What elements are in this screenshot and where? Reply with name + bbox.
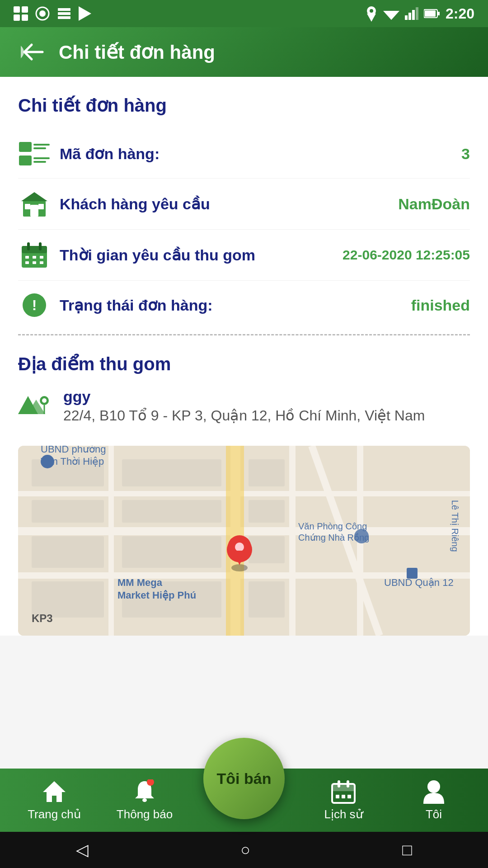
page-title: Chi tiết đơn hàng <box>59 41 215 63</box>
svg-rect-61 <box>122 500 221 523</box>
svg-point-5 <box>39 10 46 17</box>
map-container: UBND phường Tân Thời Hiệp MM Mega Market… <box>18 446 470 636</box>
svg-point-45 <box>42 398 47 403</box>
nav-history[interactable]: Lịch sử <box>298 779 389 821</box>
svg-rect-30 <box>25 204 30 209</box>
time-value: 22-06-2020 12:25:05 <box>343 247 470 263</box>
svg-rect-38 <box>40 256 43 259</box>
calendar-detail-icon <box>22 242 47 268</box>
svg-text:UBND phường: UBND phường <box>41 446 106 455</box>
customer-row: Khách hàng yêu cầu NamĐoàn <box>18 179 470 230</box>
svg-rect-35 <box>39 242 42 250</box>
svg-rect-95 <box>336 795 339 798</box>
svg-text:Tân Thời Hiệp: Tân Thời Hiệp <box>41 456 104 467</box>
svg-text:Market Hiệp Phú: Market Hiệp Phú <box>117 590 196 601</box>
status-value: finished <box>411 297 470 314</box>
svg-rect-3 <box>22 14 28 21</box>
order-id-value: 3 <box>461 145 470 163</box>
play-icon <box>79 6 91 21</box>
time-label: Thời gian yêu cầu thu gom <box>60 245 333 265</box>
svg-rect-7 <box>58 12 70 15</box>
location-detail-row: ggy 22/4, B10 Tổ 9 - KP 3, Quận 12, Hồ C… <box>18 388 470 426</box>
location-icon <box>365 5 378 22</box>
svg-marker-11 <box>367 14 376 22</box>
nav-home-label: Trang chủ <box>28 807 81 821</box>
svg-rect-14 <box>405 15 408 20</box>
svg-point-98 <box>427 780 440 793</box>
svg-point-86 <box>235 542 244 552</box>
order-detail-section: Chi tiết đơn hàng Mã đơn hàng: 3 <box>0 77 488 330</box>
svg-marker-13 <box>383 11 399 20</box>
svg-rect-31 <box>38 204 44 209</box>
fab-label: Tôi bán <box>217 770 272 788</box>
alert-circle-icon: ! <box>23 293 46 317</box>
calendar-icon <box>18 242 51 268</box>
svg-rect-64 <box>249 459 285 486</box>
svg-rect-41 <box>40 261 43 264</box>
status-icon: ! <box>18 293 51 317</box>
svg-rect-67 <box>249 581 285 618</box>
circle-icon <box>35 6 50 21</box>
svg-rect-15 <box>408 13 411 20</box>
order-id-row: Mã đơn hàng: 3 <box>18 129 470 179</box>
time-display: 2:20 <box>446 5 474 22</box>
svg-rect-8 <box>58 16 70 19</box>
svg-rect-93 <box>338 780 340 788</box>
svg-rect-6 <box>58 8 70 11</box>
svg-marker-9 <box>79 6 91 21</box>
android-home-button[interactable]: ○ <box>240 840 250 859</box>
svg-text:MM Mega: MM Mega <box>117 577 163 588</box>
svg-rect-92 <box>332 784 355 791</box>
svg-rect-94 <box>347 780 349 788</box>
order-list-icon <box>19 142 50 165</box>
map-view: UBND phường Tân Thời Hiệp MM Mega Market… <box>18 446 470 636</box>
svg-rect-23 <box>33 147 46 149</box>
order-id-icon <box>18 142 51 165</box>
svg-rect-29 <box>30 205 38 217</box>
svg-rect-66 <box>249 536 285 563</box>
svg-rect-89 <box>142 798 147 802</box>
svg-marker-88 <box>43 781 66 802</box>
android-back-button[interactable]: ◁ <box>76 840 89 859</box>
android-recent-button[interactable]: □ <box>402 840 412 859</box>
main-content: Chi tiết đơn hàng Mã đơn hàng: 3 <box>0 77 488 636</box>
nav-profile[interactable]: Tôi <box>389 779 479 821</box>
svg-rect-26 <box>33 161 46 163</box>
nav-home[interactable]: Trang chủ <box>9 779 99 821</box>
svg-rect-19 <box>425 10 436 17</box>
grid-icon <box>14 6 28 21</box>
place-name: ggy <box>63 388 425 406</box>
svg-text:UBND Quận 12: UBND Quận 12 <box>384 577 454 588</box>
user-icon <box>422 779 445 804</box>
svg-rect-40 <box>33 261 36 264</box>
svg-text:KP3: KP3 <box>32 612 53 624</box>
location-text: ggy 22/4, B10 Tổ 9 - KP 3, Quận 12, Hồ C… <box>63 388 425 426</box>
location-marker-icon <box>18 388 54 420</box>
store-icon <box>18 191 51 217</box>
nav-profile-label: Tôi <box>426 807 442 821</box>
svg-marker-28 <box>21 192 47 201</box>
wifi-icon <box>383 7 399 20</box>
svg-rect-53 <box>108 446 114 636</box>
svg-rect-58 <box>32 536 104 568</box>
back-button[interactable] <box>18 38 45 66</box>
svg-rect-60 <box>122 459 221 486</box>
svg-rect-97 <box>347 795 351 798</box>
svg-text:Văn Phòng Công: Văn Phòng Công <box>298 521 367 531</box>
svg-rect-0 <box>14 6 20 13</box>
back-arrow-icon <box>19 42 44 62</box>
status-label: Trạng thái đơn hàng: <box>60 295 402 315</box>
status-row: ! Trạng thái đơn hàng: finished <box>18 281 470 330</box>
status-bar-left <box>14 6 91 21</box>
svg-point-81 <box>231 564 248 571</box>
sell-fab-button[interactable]: Tôi bán <box>203 738 285 819</box>
svg-rect-22 <box>33 144 50 146</box>
nav-notification[interactable]: Thông báo <box>99 779 190 821</box>
svg-rect-17 <box>416 7 418 20</box>
signal-icon <box>405 7 418 20</box>
svg-rect-62 <box>122 536 221 568</box>
location-title: Địa điểm thu gom <box>18 354 470 374</box>
location-section: Địa điểm thu gom ggy 22/4, B10 Tổ 9 - KP… <box>0 340 488 446</box>
nav-notification-label: Thông báo <box>117 807 173 821</box>
customer-label: Khách hàng yêu cầu <box>60 194 389 214</box>
